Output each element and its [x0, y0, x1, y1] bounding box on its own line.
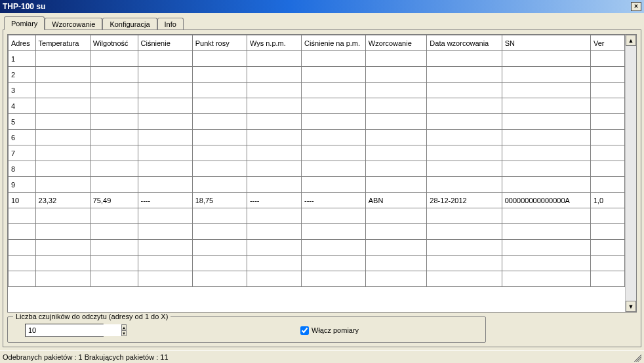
cell-wilg[interactable] — [90, 256, 138, 271]
cell-wys[interactable] — [247, 130, 301, 145]
cell-punkt[interactable] — [192, 177, 247, 193]
cell-cisnpm[interactable] — [302, 224, 366, 240]
cell-wzor[interactable]: ABN — [365, 193, 427, 208]
cell-wilg[interactable] — [90, 98, 138, 114]
tab-konfiguracja[interactable]: Konfiguracja — [102, 18, 157, 30]
enable-measurements-checkbox[interactable] — [300, 326, 309, 335]
cell-punkt[interactable] — [192, 83, 247, 98]
cell-ver[interactable] — [590, 208, 624, 224]
cell-data[interactable] — [427, 161, 502, 177]
tab-info[interactable]: Info — [157, 18, 184, 30]
cell-ver[interactable] — [590, 240, 624, 256]
cell-wilg[interactable] — [90, 177, 138, 193]
cell-wilg[interactable]: 75,49 — [90, 193, 138, 208]
cell-sn[interactable] — [502, 114, 590, 130]
cell-data[interactable] — [427, 240, 502, 256]
cell-temp[interactable]: 23,32 — [35, 193, 90, 208]
cell-cisn[interactable] — [138, 98, 192, 114]
cell-punkt[interactable] — [192, 256, 247, 271]
cell-punkt[interactable] — [192, 51, 247, 67]
cell-cisn[interactable] — [138, 177, 192, 193]
cell-cisnpm[interactable] — [302, 256, 366, 271]
cell-data[interactable] — [427, 271, 502, 287]
cell-cisn[interactable] — [138, 208, 192, 224]
cell-temp[interactable] — [35, 177, 90, 193]
cell-punkt[interactable] — [192, 130, 247, 145]
cell-temp[interactable] — [35, 83, 90, 98]
cell-temp[interactable] — [35, 256, 90, 271]
cell-wys[interactable] — [247, 98, 301, 114]
cell-wilg[interactable] — [90, 224, 138, 240]
cell-wys[interactable] — [247, 177, 301, 193]
col-punkt-rosy[interactable]: Punkt rosy — [192, 35, 247, 51]
cell-wys[interactable] — [247, 240, 301, 256]
cell-sn[interactable] — [502, 240, 590, 256]
cell-wys[interactable] — [247, 256, 301, 271]
cell-wzor[interactable] — [365, 114, 427, 130]
cell-wzor[interactable] — [365, 83, 427, 98]
cell-ver[interactable] — [590, 256, 624, 271]
cell-cisnpm[interactable] — [302, 271, 366, 287]
col-wys-npm[interactable]: Wys n.p.m. — [247, 35, 301, 51]
col-adres[interactable]: Adres — [9, 35, 36, 51]
cell-wzor[interactable] — [365, 51, 427, 67]
cell-wzor[interactable] — [365, 98, 427, 114]
cell-wys[interactable] — [247, 271, 301, 287]
cell-data[interactable] — [427, 145, 502, 161]
cell-temp[interactable] — [35, 130, 90, 145]
cell-wys[interactable] — [247, 114, 301, 130]
cell-data[interactable] — [427, 51, 502, 67]
table-row[interactable]: 8 — [9, 161, 625, 177]
cell-adres[interactable] — [9, 208, 36, 224]
cell-cisnpm[interactable] — [302, 98, 366, 114]
cell-sn[interactable] — [502, 208, 590, 224]
col-cisnienie[interactable]: Ciśnienie — [138, 35, 192, 51]
cell-temp[interactable] — [35, 114, 90, 130]
cell-data[interactable] — [427, 256, 502, 271]
cell-wzor[interactable] — [365, 130, 427, 145]
spinner-down-button[interactable]: ▼ — [121, 330, 127, 336]
scroll-down-button[interactable]: ▼ — [626, 301, 636, 312]
cell-wzor[interactable] — [365, 271, 427, 287]
cell-sn[interactable] — [502, 83, 590, 98]
cell-adres[interactable] — [9, 256, 36, 271]
cell-adres[interactable]: 4 — [9, 98, 36, 114]
cell-cisnpm[interactable] — [302, 161, 366, 177]
cell-ver[interactable] — [590, 161, 624, 177]
cell-wys[interactable] — [247, 51, 301, 67]
cell-punkt[interactable] — [192, 114, 247, 130]
cell-temp[interactable] — [35, 240, 90, 256]
cell-sn[interactable]: 000000000000000A — [502, 193, 590, 208]
cell-cisn[interactable] — [138, 67, 192, 83]
cell-adres[interactable]: 3 — [9, 83, 36, 98]
cell-wilg[interactable] — [90, 51, 138, 67]
cell-punkt[interactable] — [192, 161, 247, 177]
cell-wys[interactable] — [247, 67, 301, 83]
cell-adres[interactable]: 6 — [9, 130, 36, 145]
cell-cisnpm[interactable] — [302, 51, 366, 67]
cell-cisn[interactable] — [138, 130, 192, 145]
cell-punkt[interactable] — [192, 208, 247, 224]
cell-adres[interactable]: 5 — [9, 114, 36, 130]
cell-cisn[interactable] — [138, 83, 192, 98]
cell-temp[interactable] — [35, 145, 90, 161]
col-sn[interactable]: SN — [502, 35, 590, 51]
table-row[interactable] — [9, 271, 625, 287]
cell-ver[interactable] — [590, 145, 624, 161]
cell-ver[interactable] — [590, 177, 624, 193]
cell-wzor[interactable] — [365, 224, 427, 240]
cell-cisn[interactable] — [138, 271, 192, 287]
vertical-scrollbar[interactable]: ▲ ▼ — [625, 35, 636, 312]
scroll-track[interactable] — [626, 46, 636, 301]
cell-wys[interactable]: ---- — [247, 193, 301, 208]
cell-punkt[interactable] — [192, 67, 247, 83]
cell-wilg[interactable] — [90, 83, 138, 98]
cell-ver[interactable] — [590, 83, 624, 98]
cell-punkt[interactable]: 18,75 — [192, 193, 247, 208]
cell-wzor[interactable] — [365, 240, 427, 256]
cell-sn[interactable] — [502, 145, 590, 161]
tab-wzorcowanie[interactable]: Wzorcowanie — [45, 18, 102, 30]
cell-adres[interactable]: 10 — [9, 193, 36, 208]
cell-wzor[interactable] — [365, 208, 427, 224]
table-row[interactable] — [9, 224, 625, 240]
